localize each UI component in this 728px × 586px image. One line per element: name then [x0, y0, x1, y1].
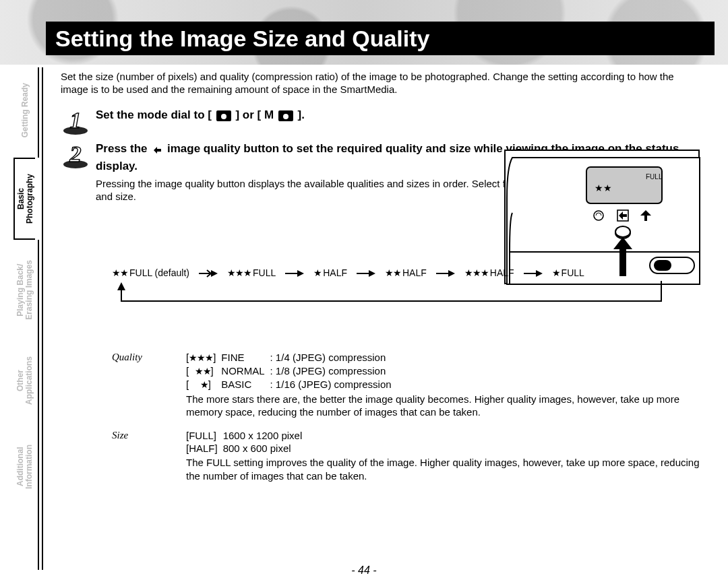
t: Press the [96, 142, 150, 155]
t: FULL [253, 267, 276, 280]
t: : 1/8 (JPEG) compression [270, 364, 397, 378]
t: FULL (default) [129, 267, 189, 280]
table-row: [HALF] 800 x 600 pixel [186, 442, 307, 455]
quality-cycle-diagram: ★★ FULL (default) ★★★ FULL ★ HALF [112, 267, 700, 317]
svg-text:FULL: FULL [646, 173, 663, 181]
cycle-return-arrow-icon [112, 281, 666, 308]
svg-rect-4 [220, 111, 224, 113]
arrow-right-icon [357, 269, 375, 278]
arrow-right-icon [285, 269, 304, 278]
step-number-2-icon: 2 [61, 141, 90, 170]
svg-rect-7 [282, 111, 286, 113]
svg-text:2: 2 [69, 141, 82, 166]
legend-tag-size: Size [112, 429, 159, 482]
quality-note: The more stars there are, the better the… [186, 393, 700, 418]
tab-label: Getting Ready [21, 83, 30, 137]
svg-point-17 [615, 226, 630, 237]
cycle-item: ★ HALF [313, 267, 347, 280]
camera-icon [278, 110, 293, 125]
t: M [264, 108, 274, 121]
t: ]. [298, 108, 305, 121]
manual-page: Setting the Image Size and Quality Getti… [0, 0, 728, 586]
stars-icon: ★★★ [464, 267, 489, 280]
table-row: [ ★] BASIC : 1/16 (JPEG) compression [186, 378, 397, 391]
svg-text:Quality: Quality [112, 352, 142, 362]
tab-basic-photography[interactable]: Basic Photography [13, 158, 36, 240]
intro-text: Set the size (number of pixels) and qual… [61, 70, 700, 96]
arrow-right-icon [436, 269, 455, 278]
stars-icon: ★★ [195, 366, 211, 377]
cycle-item: ★ FULL [552, 267, 584, 280]
stars-icon: ★★ [112, 267, 128, 280]
cycle-item: ★★★ HALF [464, 267, 514, 280]
t: [FULL] [186, 429, 223, 442]
step-number-1-icon: 1 [61, 108, 90, 136]
table-row: [FULL] 1600 x 1200 pixel [186, 429, 307, 442]
stars-icon: ★★ [385, 267, 401, 280]
arrow-right-icon [524, 269, 543, 278]
t: : 1/4 (JPEG) compression [270, 351, 397, 364]
svg-text:1: 1 [70, 108, 82, 133]
tab-playing-back[interactable]: Playing Back/ Erasing Images [13, 244, 36, 335]
camera-icon [216, 110, 231, 125]
t: BASIC [221, 378, 270, 391]
tab-label: Additional Information [16, 445, 33, 489]
legend-quality: Quality [★★★] FINE : 1/4 (JPEG) compress… [112, 351, 700, 418]
cycle-item: ★★★ FULL [227, 267, 276, 280]
svg-text:Size: Size [112, 430, 129, 441]
svg-point-8 [283, 114, 289, 119]
t: : 1/16 (JPEG) compression [270, 378, 397, 391]
size-note: The FULL setting improves the quality of… [186, 456, 700, 482]
table-row: [★★★] FINE : 1/4 (JPEG) compression [186, 351, 397, 364]
t: ] or [ [235, 108, 261, 121]
page-title: Setting the Image Size and Quality [46, 22, 715, 55]
legend-tag-quality: Quality [112, 351, 159, 418]
tab-additional-information[interactable]: Additional Information [13, 426, 36, 508]
step-1-text: Set the mode dial to [ ] or [ M ]. [96, 108, 305, 121]
svg-point-5 [221, 114, 226, 119]
section-tabstrip: Getting Ready Basic Photography Playing … [13, 67, 43, 570]
cycle-item: ★★ HALF [385, 267, 427, 280]
stars-icon: ★★★ [189, 352, 213, 363]
tab-getting-ready[interactable]: Getting Ready [13, 67, 36, 154]
cycle-item: ★★ FULL (default) [112, 267, 189, 280]
stars-icon: ★ [552, 267, 560, 280]
t: FINE [221, 351, 270, 364]
t: 1600 x 1200 pixel [223, 429, 308, 442]
size-table: [FULL] 1600 x 1200 pixel [HALF] 800 x 60… [186, 429, 307, 455]
t: HALF [402, 267, 427, 280]
t: NORMAL [221, 364, 270, 378]
stars-icon: ★ [313, 267, 322, 280]
t: FULL [562, 267, 584, 280]
legend-size: Size [FULL] 1600 x 1200 pixel [HALF] 800… [112, 429, 700, 482]
legend: Quality [★★★] FINE : 1/4 (JPEG) compress… [112, 351, 700, 482]
table-row: [ ★★] NORMAL : 1/8 (JPEG) compression [186, 364, 397, 378]
t: [HALF] [186, 442, 223, 455]
quality-table: [★★★] FINE : 1/4 (JPEG) compression [ ★★… [186, 351, 397, 391]
t: Set the mode dial to [ [96, 108, 212, 121]
svg-text:★★: ★★ [595, 183, 612, 193]
step-1: 1 Set the mode dial to [ ] or [ M [61, 108, 700, 136]
tab-label: Playing Back/ Erasing Images [16, 260, 33, 320]
tab-other-applications[interactable]: Other Applications [13, 339, 36, 422]
stars-icon: ★★★ [227, 267, 251, 280]
arrow-right-icon [199, 269, 218, 278]
t: HALF [490, 267, 514, 280]
t: HALF [323, 267, 347, 280]
camera-illustration: FULL ★★ [504, 150, 700, 284]
page-number: - 44 - [0, 564, 728, 577]
content-area: Set the size (number of pixels) and qual… [61, 70, 700, 552]
t: 800 x 600 pixel [223, 442, 308, 455]
tab-label: Basic Photography [17, 174, 34, 224]
quality-button-icon [152, 144, 162, 159]
tab-label: Other Applications [16, 356, 33, 405]
steps: 1 Set the mode dial to [ ] or [ M [61, 108, 700, 482]
tab-rail [38, 67, 43, 570]
stars-icon: ★ [200, 379, 208, 390]
